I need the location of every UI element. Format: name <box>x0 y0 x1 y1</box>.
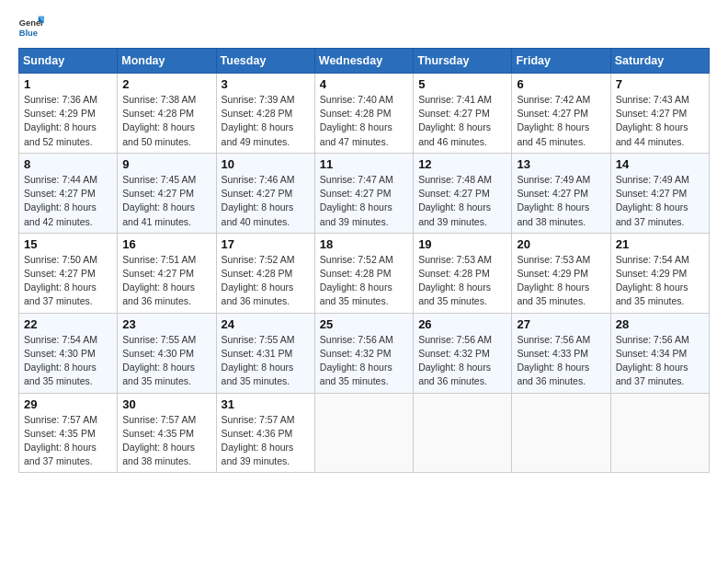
day-number: 7 <box>616 77 704 91</box>
day-cell: 19 Sunrise: 7:53 AMSunset: 4:28 PMDaylig… <box>414 233 512 313</box>
day-info: Sunrise: 7:52 AMSunset: 4:28 PMDaylight:… <box>320 254 393 307</box>
day-cell: 9 Sunrise: 7:45 AMSunset: 4:27 PMDayligh… <box>118 153 216 233</box>
week-row-4: 22 Sunrise: 7:54 AMSunset: 4:30 PMDaylig… <box>19 313 710 393</box>
day-cell <box>610 393 709 473</box>
day-cell: 31 Sunrise: 7:57 AMSunset: 4:36 PMDaylig… <box>216 393 314 473</box>
weekday-sunday: Sunday <box>19 49 118 74</box>
day-cell: 5 Sunrise: 7:41 AMSunset: 4:27 PMDayligh… <box>414 74 512 154</box>
day-cell: 15 Sunrise: 7:50 AMSunset: 4:27 PMDaylig… <box>19 233 118 313</box>
day-number: 24 <box>222 317 310 331</box>
day-info: Sunrise: 7:46 AMSunset: 4:27 PMDaylight:… <box>222 174 295 227</box>
day-number: 23 <box>122 317 210 331</box>
calendar-body: 1 Sunrise: 7:36 AMSunset: 4:29 PMDayligh… <box>19 74 710 473</box>
day-number: 2 <box>122 77 210 91</box>
day-info: Sunrise: 7:42 AMSunset: 4:27 PMDaylight:… <box>517 94 590 147</box>
day-info: Sunrise: 7:49 AMSunset: 4:27 PMDaylight:… <box>517 174 590 227</box>
weekday-thursday: Thursday <box>414 49 512 74</box>
svg-text:Blue: Blue <box>19 29 38 38</box>
weekday-wednesday: Wednesday <box>314 49 413 74</box>
day-info: Sunrise: 7:43 AMSunset: 4:27 PMDaylight:… <box>616 94 689 147</box>
day-number: 6 <box>517 77 605 91</box>
day-cell: 23 Sunrise: 7:55 AMSunset: 4:30 PMDaylig… <box>118 313 216 393</box>
day-cell: 26 Sunrise: 7:56 AMSunset: 4:32 PMDaylig… <box>414 313 512 393</box>
day-number: 28 <box>616 317 704 331</box>
day-cell: 11 Sunrise: 7:47 AMSunset: 4:27 PMDaylig… <box>314 153 413 233</box>
day-cell: 22 Sunrise: 7:54 AMSunset: 4:30 PMDaylig… <box>19 313 118 393</box>
day-cell: 25 Sunrise: 7:56 AMSunset: 4:32 PMDaylig… <box>314 313 413 393</box>
day-cell: 12 Sunrise: 7:48 AMSunset: 4:27 PMDaylig… <box>414 153 512 233</box>
weekday-header-row: SundayMondayTuesdayWednesdayThursdayFrid… <box>19 49 710 74</box>
day-info: Sunrise: 7:53 AMSunset: 4:29 PMDaylight:… <box>517 254 590 307</box>
day-number: 3 <box>222 77 310 91</box>
day-cell: 10 Sunrise: 7:46 AMSunset: 4:27 PMDaylig… <box>216 153 314 233</box>
day-info: Sunrise: 7:41 AMSunset: 4:27 PMDaylight:… <box>418 94 492 147</box>
day-info: Sunrise: 7:47 AMSunset: 4:27 PMDaylight:… <box>320 174 393 227</box>
day-cell: 17 Sunrise: 7:52 AMSunset: 4:28 PMDaylig… <box>216 233 314 313</box>
day-number: 27 <box>517 317 605 331</box>
day-cell: 4 Sunrise: 7:40 AMSunset: 4:28 PMDayligh… <box>314 74 413 154</box>
day-info: Sunrise: 7:55 AMSunset: 4:30 PMDaylight:… <box>122 334 196 387</box>
day-number: 12 <box>418 157 506 171</box>
day-number: 26 <box>418 317 506 331</box>
day-number: 30 <box>122 397 210 411</box>
logo: General Blue <box>18 15 44 40</box>
logo-icon: General Blue <box>18 15 44 40</box>
week-row-1: 1 Sunrise: 7:36 AMSunset: 4:29 PMDayligh… <box>19 74 710 154</box>
day-number: 9 <box>122 157 210 171</box>
day-cell: 1 Sunrise: 7:36 AMSunset: 4:29 PMDayligh… <box>19 74 118 154</box>
weekday-monday: Monday <box>118 49 216 74</box>
day-number: 31 <box>222 397 310 411</box>
day-cell: 18 Sunrise: 7:52 AMSunset: 4:28 PMDaylig… <box>314 233 413 313</box>
header: General Blue <box>18 15 710 40</box>
day-info: Sunrise: 7:52 AMSunset: 4:28 PMDaylight:… <box>222 254 295 307</box>
day-cell: 20 Sunrise: 7:53 AMSunset: 4:29 PMDaylig… <box>512 233 610 313</box>
day-number: 25 <box>320 317 408 331</box>
day-info: Sunrise: 7:50 AMSunset: 4:27 PMDaylight:… <box>24 254 97 307</box>
day-cell <box>414 393 512 473</box>
weekday-tuesday: Tuesday <box>216 49 314 74</box>
week-row-2: 8 Sunrise: 7:44 AMSunset: 4:27 PMDayligh… <box>19 153 710 233</box>
day-cell: 30 Sunrise: 7:57 AMSunset: 4:35 PMDaylig… <box>118 393 216 473</box>
day-info: Sunrise: 7:56 AMSunset: 4:34 PMDaylight:… <box>616 334 689 387</box>
day-cell: 3 Sunrise: 7:39 AMSunset: 4:28 PMDayligh… <box>216 74 314 154</box>
day-info: Sunrise: 7:57 AMSunset: 4:36 PMDaylight:… <box>222 414 295 467</box>
day-info: Sunrise: 7:49 AMSunset: 4:27 PMDaylight:… <box>616 174 689 227</box>
day-info: Sunrise: 7:44 AMSunset: 4:27 PMDaylight:… <box>24 174 97 227</box>
day-cell: 27 Sunrise: 7:56 AMSunset: 4:33 PMDaylig… <box>512 313 610 393</box>
week-row-5: 29 Sunrise: 7:57 AMSunset: 4:35 PMDaylig… <box>19 393 710 473</box>
weekday-friday: Friday <box>512 49 610 74</box>
day-cell: 28 Sunrise: 7:56 AMSunset: 4:34 PMDaylig… <box>610 313 709 393</box>
day-info: Sunrise: 7:54 AMSunset: 4:29 PMDaylight:… <box>616 254 689 307</box>
day-cell: 6 Sunrise: 7:42 AMSunset: 4:27 PMDayligh… <box>512 74 610 154</box>
day-number: 8 <box>24 157 112 171</box>
day-number: 19 <box>418 237 506 251</box>
day-number: 16 <box>122 237 210 251</box>
day-info: Sunrise: 7:56 AMSunset: 4:32 PMDaylight:… <box>418 334 492 387</box>
day-number: 20 <box>517 237 605 251</box>
day-number: 18 <box>320 237 408 251</box>
day-number: 21 <box>616 237 704 251</box>
day-cell: 8 Sunrise: 7:44 AMSunset: 4:27 PMDayligh… <box>19 153 118 233</box>
day-number: 4 <box>320 77 408 91</box>
day-info: Sunrise: 7:57 AMSunset: 4:35 PMDaylight:… <box>122 414 196 467</box>
weekday-saturday: Saturday <box>610 49 709 74</box>
day-number: 11 <box>320 157 408 171</box>
day-cell: 2 Sunrise: 7:38 AMSunset: 4:28 PMDayligh… <box>118 74 216 154</box>
day-info: Sunrise: 7:36 AMSunset: 4:29 PMDaylight:… <box>24 94 97 147</box>
day-info: Sunrise: 7:51 AMSunset: 4:27 PMDaylight:… <box>122 254 196 307</box>
day-info: Sunrise: 7:45 AMSunset: 4:27 PMDaylight:… <box>122 174 196 227</box>
day-cell: 13 Sunrise: 7:49 AMSunset: 4:27 PMDaylig… <box>512 153 610 233</box>
day-info: Sunrise: 7:55 AMSunset: 4:31 PMDaylight:… <box>222 334 295 387</box>
day-cell: 16 Sunrise: 7:51 AMSunset: 4:27 PMDaylig… <box>118 233 216 313</box>
day-info: Sunrise: 7:56 AMSunset: 4:32 PMDaylight:… <box>320 334 393 387</box>
week-row-3: 15 Sunrise: 7:50 AMSunset: 4:27 PMDaylig… <box>19 233 710 313</box>
day-number: 29 <box>24 397 112 411</box>
day-info: Sunrise: 7:53 AMSunset: 4:28 PMDaylight:… <box>418 254 492 307</box>
day-info: Sunrise: 7:48 AMSunset: 4:27 PMDaylight:… <box>418 174 492 227</box>
day-number: 14 <box>616 157 704 171</box>
calendar-table: SundayMondayTuesdayWednesdayThursdayFrid… <box>18 48 710 473</box>
day-cell: 21 Sunrise: 7:54 AMSunset: 4:29 PMDaylig… <box>610 233 709 313</box>
day-cell: 7 Sunrise: 7:43 AMSunset: 4:27 PMDayligh… <box>610 74 709 154</box>
day-number: 10 <box>222 157 310 171</box>
day-number: 17 <box>222 237 310 251</box>
